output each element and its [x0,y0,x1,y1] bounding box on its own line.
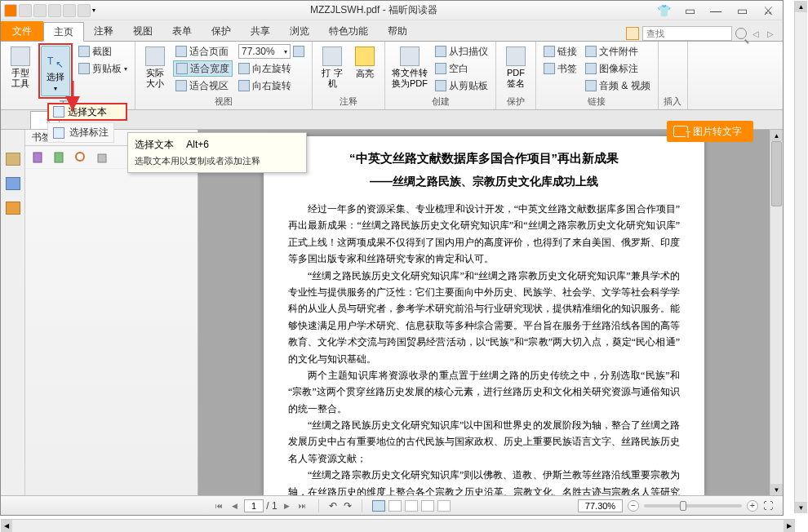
fullscreen-icon[interactable]: ⛶ [763,500,773,512]
qat-save-icon[interactable] [33,4,47,17]
blank-icon [435,63,446,74]
zoom-in-button[interactable]: + [747,500,758,512]
from-clipboard-button[interactable]: 从剪贴板 [433,78,491,94]
fit-page-button[interactable]: 适合页面 [173,43,233,60]
tab-home[interactable]: 主页 [43,22,84,42]
page-input[interactable] [244,499,264,512]
single-page-view-icon[interactable] [372,500,385,512]
bookmarks-tab-icon[interactable] [6,153,20,166]
scroll-up-icon[interactable]: ▲ [770,130,783,141]
tab-features[interactable]: 特色功能 [319,21,378,41]
vertical-scrollbar[interactable]: ▲ ▼ [770,130,783,495]
window-controls: 👕 ▭ — ▭ ⚔ [652,3,779,18]
ribbon: 手型 工具 T↖ 选择 ▾ 截图 剪贴板▾ 工具 [1,42,783,110]
zoom-slider-knob[interactable] [680,501,686,511]
qat-redo-icon[interactable] [78,4,91,17]
scroll-down-icon[interactable]: ▼ [770,484,783,495]
next-page-button[interactable]: ▶ [282,500,293,512]
find-icon[interactable] [626,27,639,40]
clipboard-button[interactable]: 剪贴板▾ [76,60,130,77]
link-button[interactable]: 链接 [541,43,579,60]
qat-print-icon[interactable] [48,4,61,17]
blank-page-button[interactable]: 空白 [433,60,491,77]
prev-page-button[interactable]: ◀ [229,500,240,512]
pages-tab-icon[interactable] [6,177,20,190]
select-dropdown-icon[interactable]: ▾ [54,85,57,92]
tab-view[interactable]: 视图 [123,21,162,41]
document-view[interactable]: “中英文丝路文献数据库多国合作项目”再出新成果 ——丝绸之路民族、宗教历史文化库… [198,130,770,495]
rotate-right-button[interactable]: 向右旋转 [236,78,307,94]
tab-comment[interactable]: 注释 [84,21,123,41]
outer-scroll-right-icon[interactable]: ▶ [784,520,795,532]
rotate-left-button[interactable]: 向左旋转 [236,60,307,77]
av-icon [585,80,597,91]
bookmark-find-icon[interactable] [74,151,87,164]
comments-tab-icon[interactable] [6,202,20,215]
read-mode-icon[interactable] [437,500,451,512]
tab-protect[interactable]: 保护 [202,21,241,41]
bookmark-add-icon[interactable] [32,151,45,164]
zoom-in-icon[interactable] [293,46,304,57]
zoom-slider[interactable] [644,504,742,508]
tab-browse[interactable]: 浏览 [280,21,319,41]
find-input[interactable] [642,26,732,41]
bookmark-button[interactable]: 书签 [541,60,579,77]
zoom-select[interactable]: 77.30%▾ [238,44,291,59]
actual-size-button[interactable]: 实际 大小 [140,43,170,92]
continuous-facing-view-icon[interactable] [421,500,434,512]
nav-forward-button[interactable]: ↷ [344,500,352,512]
select-annotation-icon [53,127,64,139]
search-icon[interactable] [735,28,747,39]
image-to-text-button[interactable]: 图片转文字 [667,121,753,142]
continuous-view-icon[interactable] [388,500,402,512]
typewriter-button[interactable]: 打 字机 [317,43,347,92]
image-note-button[interactable]: 图像标注 [583,60,653,77]
nav-prev-icon[interactable]: ◁ [750,28,761,39]
tab-help[interactable]: 帮助 [378,21,417,41]
scroll-thumb[interactable] [771,141,782,206]
svg-rect-2 [33,153,42,162]
select-annotation-flyout[interactable]: 选择标注 [47,122,114,143]
minimize-button[interactable]: — [704,3,727,18]
outer-scroll-left-icon[interactable]: ◀ [1,520,12,532]
file-attach-button[interactable]: 文件附件 [583,43,653,60]
qat-undo-icon[interactable] [63,4,76,17]
nav-back-button[interactable]: ↶ [329,500,337,512]
ribbon-group-create: 将文件转 换为PDF 从扫描仪 空白 从剪贴板 创建 [385,42,496,109]
qat-open-icon[interactable] [19,4,32,17]
nav-next-icon[interactable]: ▷ [765,28,776,39]
convert-to-pdf-button[interactable]: 将文件转 换为PDF [390,43,429,92]
ribbon-toggle-icon[interactable]: ▭ [678,3,701,18]
file-tab[interactable]: 文件 [1,21,43,41]
highlight-button[interactable]: 高亮 [350,43,380,83]
outer-horizontal-scrollbar[interactable]: ◀ ▶ [1,519,795,532]
outer-vertical-scrollbar[interactable]: ▲ ▼ [794,1,807,513]
zoom-out-button[interactable]: − [628,500,639,512]
hand-tool-button[interactable]: 手型 工具 [6,43,35,92]
main-area: 书签 ▸ “中英文丝路文献数据库多国合作项目”再出新成果 ——丝绸之路民族、宗教… [1,130,783,495]
fit-width-button[interactable]: 适合宽度 [173,60,233,77]
bookmark-delete-icon[interactable] [95,151,109,164]
tab-form[interactable]: 表单 [162,21,202,41]
skin-icon[interactable]: 👕 [652,3,675,18]
facing-view-icon[interactable] [405,500,418,512]
pdf-sign-button[interactable]: PDF 签名 [501,43,531,92]
tab-share[interactable]: 共享 [241,21,280,41]
from-scanner-button[interactable]: 从扫描仪 [433,43,491,60]
doc-paragraph: 经过一年多的资源采集、专业梳理和设计开发，“中英文丝路文献数据库多国合作项目”再… [288,201,680,268]
select-tool-button[interactable]: T↖ 选择 ▾ [41,46,70,96]
screenshot-button[interactable]: 截图 [76,43,130,60]
first-page-button[interactable]: ⏮ [213,500,224,512]
maximize-button[interactable]: ▭ [730,3,753,18]
svg-point-4 [76,153,84,161]
zoom-input[interactable] [578,499,623,512]
ribbon-group-links: 链接 书签 文件附件 图像标注 音频 & 视频 链接 [536,42,659,109]
audio-video-button[interactable]: 音频 & 视频 [583,78,653,94]
outer-scroll-down-icon[interactable]: ▼ [795,502,807,513]
fit-visible-button[interactable]: 适合视区 [173,78,233,94]
outer-scroll-up-icon[interactable]: ▲ [795,1,807,12]
close-button[interactable]: ⚔ [757,3,779,18]
bookmark-expand-icon[interactable] [53,151,66,164]
select-text-flyout[interactable]: 选择文本 [47,103,127,121]
last-page-button[interactable]: ⏭ [297,500,309,512]
